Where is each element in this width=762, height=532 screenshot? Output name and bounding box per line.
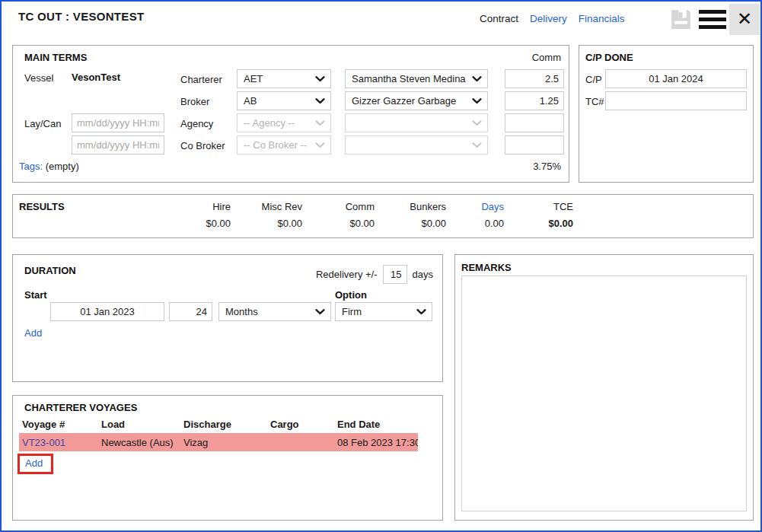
co-broker-select: -- Co Broker -- xyxy=(237,135,331,155)
charterer-label: Charterer xyxy=(180,74,222,85)
col-end-date: End Date xyxy=(337,419,433,430)
chevron-down-icon xyxy=(416,309,426,315)
charterer-voyages-section: CHARTERER VOYAGES Voyage # Load Discharg… xyxy=(12,395,443,521)
results-col-hire: Hire $0.00 xyxy=(165,201,231,229)
agency-contact-select xyxy=(345,113,488,132)
remarks-title: REMARKS xyxy=(461,262,512,273)
window-toolbar: ✕ xyxy=(665,2,760,36)
results-col-comm: Comm $0.00 xyxy=(302,201,375,229)
option-label: Option xyxy=(335,289,367,301)
start-label: Start xyxy=(24,289,47,301)
comm-column-header: Comm xyxy=(532,52,561,63)
start-date-input[interactable] xyxy=(50,302,164,321)
voyage-discharge: Vizag xyxy=(183,437,270,448)
tags-value: (empty) xyxy=(46,161,79,172)
save-icon xyxy=(668,7,693,32)
broker-select[interactable]: AB xyxy=(237,91,331,110)
chevron-down-icon xyxy=(315,309,325,315)
vessel-label: Vessel xyxy=(24,72,53,84)
voyages-header-row: Voyage # Load Discharge Cargo End Date xyxy=(22,419,433,430)
total-comm-value: 3.75% xyxy=(533,161,561,172)
results-col-misc-rev: Misc Rev $0.00 xyxy=(231,201,302,229)
cp-done-title: C/P DONE xyxy=(585,52,633,63)
redelivery-unit: days xyxy=(413,269,433,280)
tc-number-input[interactable] xyxy=(605,91,747,110)
tab-financials[interactable]: Financials xyxy=(579,13,625,24)
chevron-down-icon xyxy=(472,120,482,126)
remarks-section: REMARKS xyxy=(454,254,754,521)
close-icon: ✕ xyxy=(737,8,752,30)
days-link[interactable]: Days xyxy=(481,201,504,212)
chevron-down-icon xyxy=(315,98,325,104)
main-terms-title: MAIN TERMS xyxy=(24,52,87,63)
redelivery-group: Redelivery +/- days xyxy=(316,265,433,284)
main-terms-section: MAIN TERMS Comm Vessel VesonTest Lay/Can… xyxy=(12,45,569,183)
page-title: TC OUT : VESONTEST xyxy=(18,10,144,23)
duration-title: DURATION xyxy=(24,265,76,276)
menu-icon xyxy=(699,10,726,14)
save-button[interactable] xyxy=(665,4,696,34)
chevron-down-icon xyxy=(472,76,482,82)
co-broker-contact-select xyxy=(345,135,488,155)
co-broker-comm-input[interactable] xyxy=(505,135,564,155)
laycan-label: Lay/Can xyxy=(24,118,61,129)
chevron-down-icon xyxy=(315,76,325,82)
duration-section: DURATION Redelivery +/- days Start Optio… xyxy=(12,254,443,382)
voyage-load: Newcastle (Aus) xyxy=(101,437,183,448)
add-voyage-annotation-box: Add xyxy=(18,454,53,474)
results-title: RESULTS xyxy=(19,201,65,212)
vessel-value: VesonTest xyxy=(72,72,120,83)
chevron-down-icon xyxy=(315,142,325,148)
results-col-days: Days 0.00 xyxy=(446,201,504,229)
results-col-bunkers: Bunkers $0.00 xyxy=(375,201,446,229)
chevron-down-icon xyxy=(472,98,482,104)
redelivery-label: Redelivery +/- xyxy=(316,269,378,280)
co-broker-label: Co Broker xyxy=(180,140,225,151)
agency-label: Agency xyxy=(180,118,213,129)
remarks-textarea[interactable] xyxy=(461,276,747,511)
voyage-number-link[interactable]: VT23-001 xyxy=(22,437,101,448)
charterer-voyages-title: CHARTERER VOYAGES xyxy=(24,402,137,413)
redelivery-days-input[interactable] xyxy=(383,265,407,284)
duration-add-link[interactable]: Add xyxy=(24,327,42,339)
broker-contact-select[interactable]: Gizzer Gazzer Garbage xyxy=(345,91,488,110)
broker-label: Broker xyxy=(180,96,209,107)
tc-number-label: TC# xyxy=(585,96,604,107)
add-voyage-link[interactable]: Add xyxy=(25,457,43,469)
col-discharge: Discharge xyxy=(183,419,270,430)
option-select[interactable]: Firm xyxy=(335,302,432,321)
tab-contract[interactable]: Contract xyxy=(480,13,518,24)
close-button[interactable]: ✕ xyxy=(729,4,760,35)
period-unit-select[interactable]: Months xyxy=(218,302,331,321)
results-section: RESULTS Hire $0.00 Misc Rev $0.00 Comm $… xyxy=(12,194,754,238)
col-load: Load xyxy=(101,419,183,430)
cp-date-input[interactable] xyxy=(605,69,747,88)
cp-done-section: C/P DONE C/P TC# xyxy=(579,45,754,183)
tab-bar: Contract Delivery Financials xyxy=(480,13,625,24)
chevron-down-icon xyxy=(472,142,482,148)
col-voyage-number: Voyage # xyxy=(22,419,101,430)
charterer-comm-input[interactable] xyxy=(505,69,564,88)
broker-comm-input[interactable] xyxy=(505,91,564,110)
voyage-end-date: 08 Feb 2023 17:30 xyxy=(337,437,418,448)
results-col-tce: TCE $0.00 xyxy=(504,201,573,229)
period-value-input[interactable] xyxy=(169,302,212,321)
col-cargo: Cargo xyxy=(270,419,337,430)
agency-select: -- Agency -- xyxy=(237,113,331,132)
laycan-from-input[interactable] xyxy=(72,113,164,132)
cp-label: C/P xyxy=(585,74,602,85)
results-columns: Hire $0.00 Misc Rev $0.00 Comm $0.00 Bun… xyxy=(165,201,573,229)
charterer-contact-select[interactable]: Samantha Steven Medina xyxy=(345,69,488,88)
tc-out-window: TC OUT : VESONTEST Contract Delivery Fin… xyxy=(0,0,762,532)
agency-comm-input[interactable] xyxy=(505,113,564,132)
laycan-to-input[interactable] xyxy=(72,135,164,155)
chevron-down-icon xyxy=(315,120,325,126)
voyage-table-row[interactable]: VT23-001 Newcastle (Aus) Vizag 08 Feb 20… xyxy=(19,433,418,451)
menu-button[interactable] xyxy=(696,4,729,34)
tags-link[interactable]: Tags: xyxy=(19,161,43,172)
tab-delivery[interactable]: Delivery xyxy=(530,13,567,24)
charterer-select[interactable]: AET xyxy=(237,69,331,88)
